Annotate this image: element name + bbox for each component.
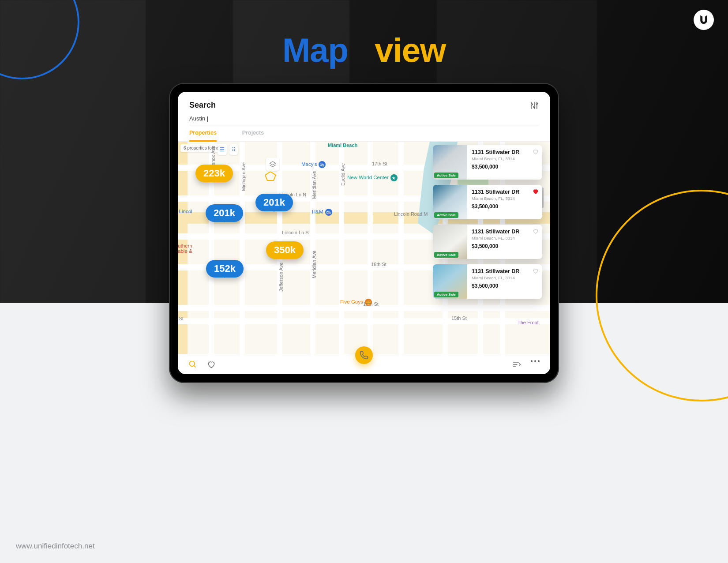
results-count-chip: 6 properties found bbox=[180, 144, 222, 152]
nav-search-icon[interactable] bbox=[188, 360, 197, 369]
map-label-front: The Front bbox=[518, 320, 539, 325]
listing-info: 1131 Stillwater DRMiami Beach, FL, 3314$… bbox=[467, 225, 542, 259]
map-tool-list-icon[interactable]: ☰ bbox=[218, 144, 227, 155]
map-poi-apple[interactable]: Apple Lincol bbox=[178, 209, 192, 214]
favorite-heart-icon[interactable] bbox=[533, 188, 539, 195]
listing-column: Active Sale1131 Stillwater DRMiami Beach… bbox=[437, 145, 545, 299]
title-word-1: Map bbox=[282, 31, 348, 69]
brand-logo-icon bbox=[698, 14, 709, 26]
search-field-row bbox=[189, 114, 539, 125]
map-tool-group: ☰ ⠿ bbox=[218, 144, 238, 155]
svg-marker-6 bbox=[270, 161, 275, 165]
map-label-meridian-1: Meridian Ave bbox=[311, 171, 317, 199]
nav-more-icon[interactable] bbox=[531, 360, 540, 369]
brand-logo bbox=[694, 10, 714, 30]
road bbox=[368, 142, 373, 354]
listing-subtitle: Miami Beach, FL, 3314 bbox=[472, 156, 531, 161]
listing-thumb: Active Sale bbox=[433, 225, 467, 259]
search-heading: Search bbox=[189, 101, 216, 110]
road bbox=[398, 142, 404, 354]
listing-badge: Active Sale bbox=[434, 173, 458, 178]
svg-point-1 bbox=[531, 103, 533, 105]
map-poi-macys[interactable]: Macy's🛍 bbox=[301, 161, 326, 168]
search-input[interactable] bbox=[189, 115, 539, 122]
price-pin[interactable]: 201k bbox=[206, 204, 243, 222]
page-title: Map view bbox=[0, 31, 728, 69]
map-label-16th: 16th St bbox=[371, 262, 387, 267]
listing-card[interactable]: Active Sale1131 Stillwater DRMiami Beach… bbox=[437, 145, 542, 180]
listing-card[interactable]: Active Sale1131 Stillwater DRMiami Beach… bbox=[437, 185, 542, 219]
map-label-lincoln-ln-s: Lincoln Ln S bbox=[282, 230, 309, 235]
svg-point-5 bbox=[536, 103, 537, 104]
listing-card[interactable]: Active Sale1131 Stillwater DRMiami Beach… bbox=[437, 264, 542, 299]
map-poi-hm[interactable]: H&M🛍 bbox=[312, 209, 332, 216]
map-polygon-icon bbox=[265, 172, 277, 182]
map-label-euclid: Euclid Ave bbox=[340, 163, 345, 186]
listing-info: 1131 Stillwater DRMiami Beach, FL, 3314$… bbox=[467, 264, 542, 299]
svg-point-8 bbox=[190, 361, 195, 366]
favorite-heart-icon[interactable] bbox=[533, 228, 539, 234]
listing-title: 1131 Stillwater DR bbox=[472, 268, 531, 274]
listing-thumb: Active Sale bbox=[433, 145, 467, 180]
favorite-heart-icon[interactable] bbox=[533, 268, 539, 274]
price-pin[interactable]: 201k bbox=[255, 194, 293, 211]
tab-properties[interactable]: Properties bbox=[189, 130, 217, 142]
app-screen: Search Properties Projects bbox=[178, 92, 550, 374]
svg-point-3 bbox=[533, 106, 535, 107]
listing-badge: Active Sale bbox=[434, 292, 458, 297]
map-canvas[interactable]: 6 properties found ☰ ⠿ Miami Beach 17th … bbox=[178, 142, 550, 354]
listing-card[interactable]: Active Sale1131 Stillwater DRMiami Beach… bbox=[437, 225, 542, 259]
listing-info: 1131 Stillwater DRMiami Beach, FL, 3314$… bbox=[467, 185, 542, 219]
favorite-heart-icon[interactable] bbox=[533, 149, 539, 155]
map-label-lincoln-road: Lincoln Road M bbox=[394, 211, 428, 217]
map-label-jefferson: Jefferson Ave bbox=[278, 263, 284, 292]
listing-thumb: Active Sale bbox=[433, 185, 467, 219]
listing-info: 1131 Stillwater DRMiami Beach, FL, 3314$… bbox=[467, 145, 542, 180]
listing-title: 1131 Stillwater DR bbox=[472, 189, 531, 195]
map-layers-icon[interactable] bbox=[266, 158, 279, 171]
nav-favorites-icon[interactable] bbox=[207, 360, 216, 369]
listing-subtitle: Miami Beach, FL, 3314 bbox=[472, 196, 531, 201]
footer-url: www.unifiedinfotech.net bbox=[16, 542, 95, 551]
tab-projects[interactable]: Projects bbox=[242, 130, 264, 141]
road bbox=[178, 318, 550, 324]
map-label-17th: 17th St bbox=[372, 161, 387, 166]
map-poi-five-guys[interactable]: Five Guys🍔 bbox=[340, 299, 372, 306]
map-poi-southern[interactable]: Southern able & bbox=[178, 243, 192, 254]
tab-bar: Properties Projects bbox=[178, 125, 550, 142]
title-word-2: view bbox=[375, 31, 446, 69]
filter-icon[interactable] bbox=[530, 101, 539, 110]
map-label-15th-3: 15th St bbox=[451, 315, 467, 321]
listing-price: $3,500,000 bbox=[472, 203, 531, 210]
listing-thumb: Active Sale bbox=[433, 264, 467, 299]
listing-price: $3,500,000 bbox=[472, 243, 531, 249]
svg-marker-7 bbox=[265, 172, 276, 180]
stage: Map view www.unifiedinfotech.net Search bbox=[0, 0, 728, 563]
map-poi-new-world[interactable]: New World Center★ bbox=[347, 174, 398, 181]
listing-subtitle: Miami Beach, FL, 3314 bbox=[472, 236, 531, 240]
listing-badge: Active Sale bbox=[434, 212, 458, 218]
listing-subtitle: Miami Beach, FL, 3314 bbox=[472, 275, 531, 280]
listing-price: $3,500,000 bbox=[472, 283, 531, 289]
map-label-meridian-2: Meridian Ave bbox=[311, 251, 317, 278]
price-pin[interactable]: 152k bbox=[206, 260, 244, 278]
call-fab[interactable] bbox=[355, 346, 373, 364]
map-tool-grid-icon[interactable]: ⠿ bbox=[229, 144, 238, 155]
nav-sort-icon[interactable] bbox=[512, 360, 521, 369]
listing-title: 1131 Stillwater DR bbox=[472, 229, 531, 235]
topbar: Search bbox=[178, 92, 550, 110]
map-label-michigan: Michigan Ave bbox=[241, 162, 246, 191]
map-label-miami-beach: Miami Beach bbox=[328, 143, 357, 148]
phone-icon bbox=[360, 351, 368, 360]
price-pin[interactable]: 350k bbox=[266, 241, 304, 259]
svg-line-9 bbox=[194, 365, 196, 367]
listing-title: 1131 Stillwater DR bbox=[472, 149, 531, 155]
listing-price: $3,500,000 bbox=[472, 164, 531, 170]
map-label-15th-1: 15th St bbox=[178, 316, 184, 321]
bottom-nav bbox=[178, 354, 550, 374]
price-pin[interactable]: 223k bbox=[195, 165, 233, 182]
listing-badge: Active Sale bbox=[434, 252, 458, 258]
tablet-frame: Search Properties Projects bbox=[169, 83, 559, 383]
